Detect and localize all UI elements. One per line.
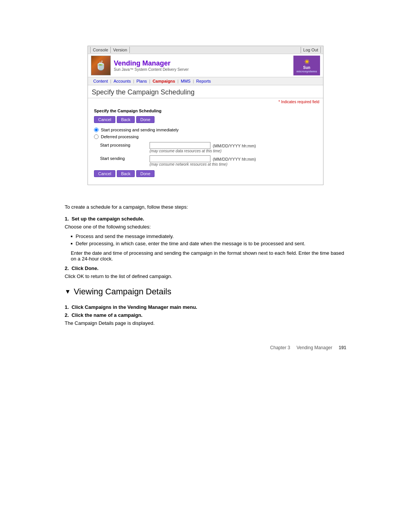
step1-text: Choose one of the following schedules: [65,224,346,230]
nav-content[interactable]: Content [91,79,110,83]
cancel-button-bottom[interactable]: Cancel [94,170,115,177]
doc-area: To create a schedule for a campaign, fol… [42,197,369,358]
section-divider: ▼ Viewing Campaign Details [65,287,346,297]
nav-mms[interactable]: MMS [178,79,193,83]
start-sending-hint: (may consume network resources at this t… [150,162,256,166]
start-processing-format: (MM/DD/YYYY hh:mm) [213,143,256,148]
radio-deferred-label: Deferred processing [101,134,139,139]
radio-immediately-label: Start processing and sending immediately [101,128,178,132]
radio-deferred: Deferred processing [94,134,317,139]
version-tab[interactable]: Version [111,47,130,53]
ui-panel: Console Version Log Out 🍵 Vending Manage… [88,46,323,185]
start-processing-label: Start processing [100,142,150,147]
bullet-list: Process and send the message immediately… [65,233,346,246]
required-text: Indicates required field [281,100,319,104]
footer-section: Vending Manager [296,345,332,350]
logout-button[interactable]: Log Out [301,47,321,53]
app-subtitle: Sun Java™ System Content Delivery Server [114,67,189,72]
app-title: Vending Manager [114,59,189,67]
footer-page: 191 [339,345,346,350]
radio-deferred-input[interactable] [94,134,99,139]
nav-plans[interactable]: Plans [134,79,150,83]
btn-row-top: Cancel Back Done [94,116,317,123]
footer: Chapter 3 Vending Manager 191 [65,330,346,350]
step2-text: Click OK to return to the list of define… [65,273,346,279]
start-processing-field-with-format: (MM/DD/YYYY hh:mm) [150,142,256,149]
top-bar-right: Log Out [301,47,321,53]
start-processing-row: Start processing (MM/DD/YYYY hh:mm) (may… [100,142,317,153]
bullet-item-1-text: Process and send the message immediately… [76,233,174,239]
header-area: 🍵 Vending Manager Sun Java™ System Conte… [88,54,323,77]
radio-immediately: Start processing and sending immediately [94,128,317,132]
radio-immediately-input[interactable] [94,128,99,132]
bullet-item-1: Process and send the message immediately… [71,233,346,239]
start-sending-row: Start sending (MM/DD/YYYY hh:mm) (may co… [100,155,317,166]
btn-row-bottom: Cancel Back Done [94,170,317,177]
start-sending-field-group: (MM/DD/YYYY hh:mm) (may consume network … [150,155,256,166]
sec2-step2-heading: 2. Click the name of a campaign. [65,312,346,318]
required-star: * [279,100,280,104]
sec2-step1-heading: 1. Click Campaigns in the Vending Manage… [65,304,346,310]
form-section-title: Specify the Campaign Scheduling [94,109,317,113]
header-left: 🍵 Vending Manager Sun Java™ System Conte… [91,56,189,75]
start-sending-input[interactable] [150,155,210,162]
header-title-block: Vending Manager Sun Java™ System Content… [114,59,189,72]
start-processing-hint: (may consume data resources at this time… [150,149,256,153]
done-button-top[interactable]: Done [136,116,155,123]
start-sending-field-with-format: (MM/DD/YYYY hh:mm) [150,155,256,162]
nav-accounts[interactable]: Accounts [111,79,133,83]
form-section: Specify the Campaign Scheduling Cancel B… [88,105,323,185]
bullet-item-2: Defer processing, in which case, enter t… [71,241,346,246]
step1-note: Enter the date and time of processing an… [71,250,346,262]
required-indicator: * Indicates required field [88,98,323,105]
triangle-icon: ▼ [65,288,71,295]
back-button-top[interactable]: Back [117,116,134,123]
nav-menu: Content | Accounts | Plans | Campaigns |… [88,77,323,85]
page-title-bar: Specify the Campaign Scheduling [88,85,323,98]
step2-heading: 2. Click Done. [65,265,346,271]
bullet-item-2-text: Defer processing, in which case, enter t… [76,241,305,246]
done-button-bottom[interactable]: Done [136,170,155,177]
cancel-button-top[interactable]: Cancel [94,116,115,123]
header-image: 🍵 [91,56,111,75]
start-sending-label: Start sending [100,155,150,161]
top-bar-left: Console Version [90,47,130,53]
start-sending-format: (MM/DD/YYYY hh:mm) [213,156,256,161]
top-bar: Console Version Log Out [88,46,323,54]
section2-heading: ▼ Viewing Campaign Details [65,287,346,297]
page-title: Specify the Campaign Scheduling [92,88,194,96]
sun-logo-inner: ☀ Sun microsystems [296,58,317,73]
nav-campaigns[interactable]: Campaigns [150,79,177,83]
step1-heading: 1. Set up the campaign schedule. [65,216,346,222]
back-button-bottom[interactable]: Back [117,170,134,177]
section2-title: Viewing Campaign Details [74,287,171,297]
intro-text: To create a schedule for a campaign, fol… [65,204,346,210]
start-processing-input[interactable] [150,142,210,149]
nav-reports[interactable]: Reports [194,79,213,83]
console-tab[interactable]: Console [90,47,111,53]
sec2-step2-text: The Campaign Details page is displayed. [65,320,346,326]
start-processing-field-group: (MM/DD/YYYY hh:mm) (may consume data res… [150,142,256,153]
sun-logo: ☀ Sun microsystems [293,56,320,75]
footer-chapter: Chapter 3 [270,345,290,350]
